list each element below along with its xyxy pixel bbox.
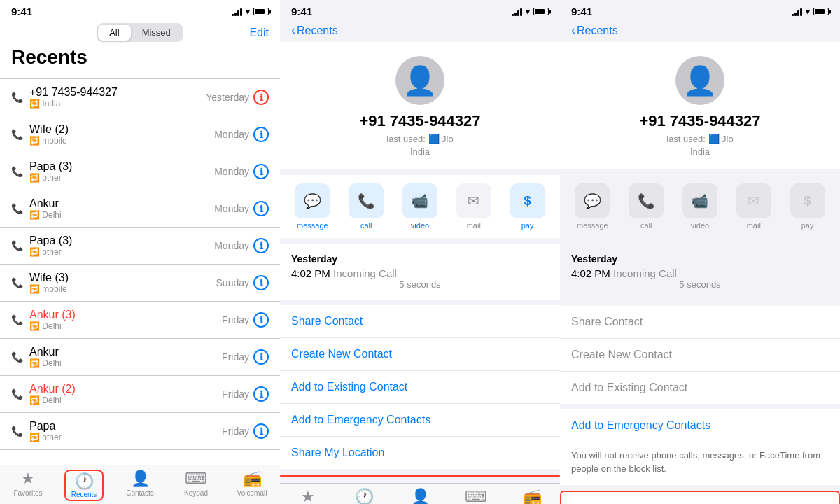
- recent-item-9[interactable]: 📞 Papa 🔁 other Friday ℹ: [0, 413, 280, 450]
- filter-missed-button[interactable]: Missed: [131, 24, 182, 41]
- phone-icon-6: 📞: [11, 314, 22, 326]
- pay-icon-3: $: [790, 183, 825, 218]
- call-history-date-3: Yesterday: [571, 253, 829, 265]
- contact-sub-2: last used: 🟦 Jio India: [386, 133, 454, 158]
- block-contact-button-3[interactable]: Block Contact: [560, 491, 840, 504]
- info-circle-7[interactable]: ℹ: [253, 349, 269, 365]
- add-existing-item-2[interactable]: Add to Existing Contact: [280, 371, 560, 404]
- block-section-3: Add to Emergency Contacts You will not r…: [560, 410, 840, 484]
- recent-item-7[interactable]: 📞 Ankur 🔁 Delhi Friday ℹ: [0, 339, 280, 376]
- contact-country-3: India: [690, 146, 710, 157]
- status-icons-2: ▾: [512, 7, 549, 17]
- recent-sub-7: 🔁 Delhi: [29, 358, 222, 368]
- info-circle-0[interactable]: ℹ: [253, 90, 269, 105]
- call-time-2: 4:02 PM: [291, 267, 330, 279]
- recent-time-6: Friday: [222, 314, 249, 326]
- recent-info-0: +91 7435-944327 🔁 India: [29, 86, 206, 108]
- recent-name-0: +91 7435-944327: [29, 86, 206, 99]
- keypad-tab-icon-2: ⌨: [465, 488, 487, 504]
- recent-time-1: Monday: [214, 129, 249, 140]
- share-location-item-2[interactable]: Share My Location: [280, 437, 560, 469]
- tab-recents-2[interactable]: 🕐 Recents: [336, 488, 392, 504]
- recent-right-9: Friday ℹ: [222, 424, 269, 439]
- status-bar-3: 9:41 ▾: [560, 0, 840, 20]
- tab-contacts-2[interactable]: 👤 Contacts: [392, 488, 448, 504]
- info-circle-9[interactable]: ℹ: [253, 424, 269, 439]
- avatar-2: 👤: [396, 56, 444, 105]
- info-circle-2[interactable]: ℹ: [253, 164, 269, 179]
- recent-item-6[interactable]: 📞 Ankur (3) 🔁 Delhi Friday ℹ: [0, 302, 280, 339]
- tab-favorites-1[interactable]: ★ Favorites: [0, 470, 56, 501]
- call-time-3: 4:02 PM: [571, 267, 610, 279]
- recent-item-0[interactable]: 📞 +91 7435-944327 🔁 India Yesterday ℹ: [0, 78, 280, 116]
- signal-icon-2: [512, 8, 522, 16]
- edit-button[interactable]: Edit: [249, 27, 269, 39]
- back-label-2: Recents: [297, 24, 338, 37]
- recent-name-1: Wife (2): [29, 123, 214, 136]
- tab-keypad-1[interactable]: ⌨ Keypad: [168, 470, 224, 501]
- phone-icon-5: 📞: [11, 277, 22, 288]
- message-label-2: message: [297, 221, 328, 230]
- recent-item-8[interactable]: 📞 Ankur (2) 🔁 Delhi Friday ℹ: [0, 376, 280, 413]
- phone-icon-8: 📞: [11, 388, 22, 400]
- info-circle-4[interactable]: ℹ: [253, 238, 269, 253]
- filter-all-button[interactable]: All: [98, 24, 130, 41]
- favorites-tab-icon-2: ★: [301, 488, 315, 504]
- voicemail-tab-icon-2: 📻: [523, 488, 542, 504]
- tab-keypad-2[interactable]: ⌨ Keypad: [448, 488, 504, 504]
- tab-favorites-2[interactable]: ★ Favorites: [280, 488, 336, 504]
- recent-item-2[interactable]: 📞 Papa (3) 🔁 other Monday ℹ: [0, 153, 280, 190]
- voicemail-tab-icon-1: 📻: [243, 470, 262, 488]
- tab-voicemail-2[interactable]: 📻 Voicemail: [504, 488, 560, 504]
- mail-label-2: mail: [467, 221, 481, 230]
- status-time-1: 9:41: [11, 6, 32, 18]
- phone-icon-4: 📞: [11, 240, 22, 251]
- recent-name-6: Ankur (3): [29, 309, 222, 321]
- wifi-icon-3: ▾: [806, 7, 810, 17]
- battery-icon-3: [813, 8, 829, 15]
- signal-icon-3: [792, 8, 802, 16]
- recent-right-7: Friday ℹ: [222, 349, 269, 365]
- back-button-2[interactable]: ‹ Recents: [291, 23, 338, 38]
- status-bar-2: 9:41 ▾: [280, 0, 560, 20]
- action-pay-2[interactable]: $ pay: [510, 183, 545, 230]
- info-circle-5[interactable]: ℹ: [253, 275, 269, 290]
- action-call-2[interactable]: 📞 call: [349, 183, 384, 230]
- panel-block-confirm: 9:41 ▾ ‹ Recents 👤 +91 7435-944327 last …: [560, 0, 840, 504]
- status-time-2: 9:41: [291, 6, 312, 18]
- share-contact-item-2[interactable]: Share Contact: [280, 305, 560, 338]
- action-mail-2[interactable]: ✉ mail: [456, 183, 491, 230]
- recents-title: Recents: [11, 46, 269, 73]
- panel-recents: 9:41 ▾ All Missed Edit Recents: [0, 0, 280, 504]
- block-caller-container-2: Block this Caller: [280, 475, 560, 477]
- recent-item-3[interactable]: 📞 Ankur 🔁 Delhi Monday ℹ: [0, 190, 280, 227]
- recent-right-2: Monday ℹ: [214, 164, 269, 179]
- message-label-3: message: [577, 221, 608, 230]
- recent-item-5[interactable]: 📞 Wife (3) 🔁 mobile Sunday ℹ: [0, 265, 280, 302]
- info-circle-6[interactable]: ℹ: [253, 312, 269, 328]
- info-circle-1[interactable]: ℹ: [253, 127, 269, 142]
- recent-right-6: Friday ℹ: [222, 312, 269, 328]
- call-history-time-2: 4:02 PM Incoming Call: [291, 267, 549, 279]
- recent-info-9: Papa 🔁 other: [29, 420, 222, 442]
- back-label-3: Recents: [577, 24, 618, 37]
- recent-sub-9: 🔁 other: [29, 433, 222, 442]
- block-caller-button-2[interactable]: Block this Caller: [281, 476, 559, 477]
- info-circle-8[interactable]: ℹ: [253, 386, 269, 402]
- battery-icon-1: [253, 8, 269, 15]
- recent-item-4[interactable]: 📞 Papa (3) 🔁 other Monday ℹ: [0, 227, 280, 265]
- tab-voicemail-1[interactable]: 📻 Voicemail: [224, 470, 280, 501]
- add-emergency-item-2[interactable]: Add to Emergency Contacts: [280, 404, 560, 437]
- recents-tab-icon-1: 🕐: [75, 472, 94, 491]
- create-contact-item-2[interactable]: Create New Contact: [280, 338, 560, 371]
- phone-icon-9: 📞: [11, 426, 22, 437]
- add-emergency-blue-3[interactable]: Add to Emergency Contacts: [560, 410, 840, 442]
- recent-item-1[interactable]: 📞 Wife (2) 🔁 mobile Monday ℹ: [0, 116, 280, 153]
- info-circle-3[interactable]: ℹ: [253, 201, 269, 216]
- action-message-2[interactable]: 💬 message: [295, 183, 330, 230]
- action-video-2[interactable]: 📹 video: [402, 183, 438, 230]
- tab-contacts-1[interactable]: 👤 Contacts: [112, 470, 168, 501]
- back-button-3[interactable]: ‹ Recents: [571, 23, 618, 38]
- recent-name-2: Papa (3): [29, 160, 214, 173]
- tab-recents-1[interactable]: 🕐 Recents: [56, 470, 112, 501]
